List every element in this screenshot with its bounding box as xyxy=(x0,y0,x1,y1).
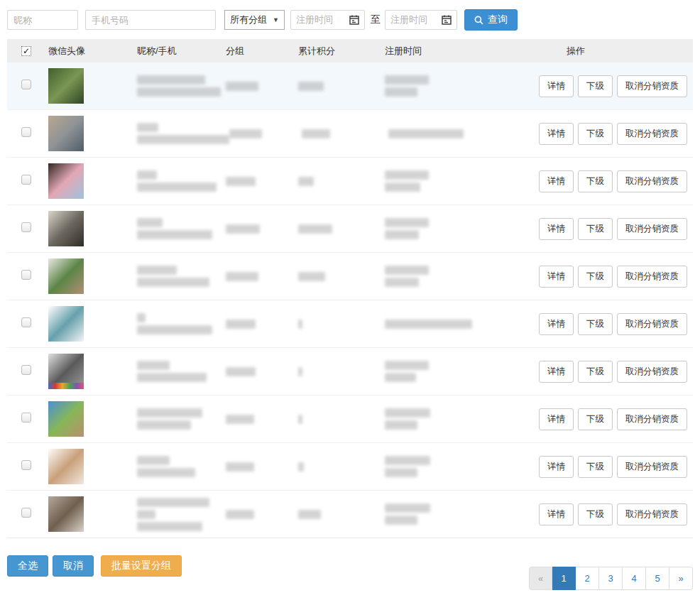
sublevel-button[interactable]: 下级 xyxy=(578,170,613,192)
pagination-page-2[interactable]: 2 xyxy=(576,567,599,590)
calendar-icon xyxy=(442,15,452,25)
select-all-button[interactable]: 全选 xyxy=(7,555,48,577)
detail-button[interactable]: 详情 xyxy=(539,75,574,97)
blurred-text xyxy=(226,82,258,91)
blurred-text xyxy=(385,468,417,477)
blurred-text xyxy=(385,516,417,525)
header-regtime: 注册时间 xyxy=(383,45,532,58)
sublevel-button[interactable]: 下级 xyxy=(578,75,613,97)
row-checkbox[interactable] xyxy=(21,80,31,89)
nickname-cell xyxy=(131,120,229,147)
points-cell xyxy=(297,459,383,474)
points-cell xyxy=(297,317,383,332)
nickname-cell xyxy=(131,215,226,242)
regtime-cell xyxy=(383,72,532,99)
blurred-text xyxy=(137,373,207,382)
blurred-text xyxy=(385,456,430,465)
cancel-qualification-button[interactable]: 取消分销资质 xyxy=(617,75,687,97)
blurred-text xyxy=(302,129,330,138)
blurred-text xyxy=(137,75,205,85)
sublevel-button[interactable]: 下级 xyxy=(578,456,613,478)
group-cell xyxy=(226,79,297,94)
nickname-cell xyxy=(131,358,226,385)
avatar xyxy=(48,163,84,199)
row-checkbox[interactable] xyxy=(21,222,31,232)
detail-button[interactable]: 详情 xyxy=(539,456,574,478)
date-to-input[interactable]: 注册时间 xyxy=(385,10,457,30)
sublevel-button[interactable]: 下级 xyxy=(578,266,613,288)
pagination-page-3[interactable]: 3 xyxy=(599,567,623,590)
blurred-text xyxy=(229,129,262,138)
date-from-placeholder: 注册时间 xyxy=(296,13,333,26)
cancel-qualification-button[interactable]: 取消分销资质 xyxy=(617,361,687,383)
table-row: 详情下级取消分销资质 xyxy=(7,443,693,491)
table-body: 详情下级取消分销资质 详情下级取消分销资质 详情下级取消分销资质 详情下级取消分… xyxy=(7,62,693,538)
detail-button[interactable]: 详情 xyxy=(539,361,574,383)
row-checkbox[interactable] xyxy=(21,413,31,423)
chevron-down-icon: ▼ xyxy=(273,16,279,23)
blurred-text xyxy=(298,272,325,281)
sublevel-button[interactable]: 下级 xyxy=(578,503,613,525)
blurred-text xyxy=(298,177,314,186)
row-checkbox[interactable] xyxy=(21,270,31,280)
detail-button[interactable]: 详情 xyxy=(539,218,574,240)
row-checkbox[interactable] xyxy=(21,460,31,470)
sublevel-button[interactable]: 下级 xyxy=(578,408,613,430)
date-from-input[interactable]: 注册时间 xyxy=(290,10,365,30)
group-cell xyxy=(229,126,300,141)
sublevel-button[interactable]: 下级 xyxy=(578,123,613,145)
pagination-page-5[interactable]: 5 xyxy=(646,567,669,590)
pagination-page-4[interactable]: 4 xyxy=(623,567,646,590)
detail-button[interactable]: 详情 xyxy=(539,266,574,288)
cancel-qualification-button[interactable]: 取消分销资质 xyxy=(617,408,687,430)
batch-set-group-button[interactable]: 批量设置分组 xyxy=(101,555,182,577)
avatar xyxy=(48,116,84,151)
blurred-text xyxy=(388,129,464,138)
sublevel-button[interactable]: 下级 xyxy=(578,218,613,240)
nickname-cell xyxy=(131,453,226,480)
cancel-qualification-button[interactable]: 取消分销资质 xyxy=(617,218,687,240)
cancel-qualification-button[interactable]: 取消分销资质 xyxy=(617,266,687,288)
cancel-qualification-button[interactable]: 取消分销资质 xyxy=(617,123,687,145)
sublevel-button[interactable]: 下级 xyxy=(578,361,613,383)
table-header: ✓ 微信头像 昵称/手机 分组 累计积分 注册时间 操作 xyxy=(7,39,693,62)
blurred-text xyxy=(137,325,212,334)
blurred-text xyxy=(137,123,158,132)
cancel-button[interactable]: 取消 xyxy=(53,555,94,577)
table-row: 详情下级取消分销资质 xyxy=(7,158,693,205)
blurred-text xyxy=(137,278,209,287)
row-checkbox[interactable] xyxy=(21,317,31,327)
detail-button[interactable]: 详情 xyxy=(539,123,574,145)
blurred-text xyxy=(226,367,256,376)
blurred-text xyxy=(137,456,170,465)
detail-button[interactable]: 详情 xyxy=(539,503,574,525)
blurred-text xyxy=(226,177,256,186)
cancel-qualification-button[interactable]: 取消分销资质 xyxy=(617,313,687,335)
blurred-text xyxy=(298,224,332,234)
detail-button[interactable]: 详情 xyxy=(539,170,574,192)
row-actions: 详情下级取消分销资质 xyxy=(532,361,693,383)
blurred-text xyxy=(385,75,429,85)
detail-button[interactable]: 详情 xyxy=(539,408,574,430)
detail-button[interactable]: 详情 xyxy=(539,313,574,335)
row-checkbox[interactable] xyxy=(21,365,31,375)
blurred-text xyxy=(137,361,170,370)
group-select[interactable]: 所有分组 ▼ xyxy=(224,10,285,30)
nickname-input[interactable] xyxy=(7,10,78,30)
pagination-next[interactable]: » xyxy=(669,567,693,590)
row-checkbox[interactable] xyxy=(21,175,31,185)
pagination-page-1[interactable]: 1 xyxy=(552,567,576,590)
select-all-checkbox[interactable]: ✓ xyxy=(21,46,31,56)
cancel-qualification-button[interactable]: 取消分销资质 xyxy=(617,170,687,192)
cancel-qualification-button[interactable]: 取消分销资质 xyxy=(617,456,687,478)
header-group: 分组 xyxy=(226,45,297,58)
avatar xyxy=(48,258,84,294)
sublevel-button[interactable]: 下级 xyxy=(578,313,613,335)
blurred-text xyxy=(385,373,416,382)
cancel-qualification-button[interactable]: 取消分销资质 xyxy=(617,503,687,525)
search-button[interactable]: 查询 xyxy=(464,9,518,31)
blurred-text xyxy=(137,170,157,180)
row-checkbox[interactable] xyxy=(21,508,31,518)
phone-input[interactable] xyxy=(85,10,216,30)
row-checkbox[interactable] xyxy=(21,127,31,137)
